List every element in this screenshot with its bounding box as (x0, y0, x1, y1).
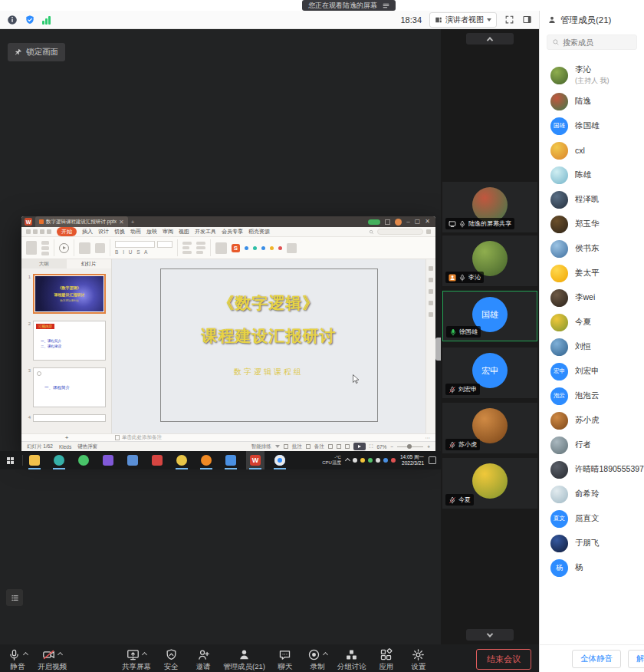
comments-icon[interactable] (284, 444, 288, 449)
taskbar-app-mail-app[interactable] (123, 451, 142, 469)
toolbar-mic-button[interactable]: 静音 (2, 644, 34, 672)
toolbar-apps-button[interactable]: 应用 (370, 644, 402, 672)
wps-menu-5[interactable]: 放映 (146, 228, 157, 236)
wps-menu-9[interactable]: 会员专享 (222, 228, 243, 236)
member-row[interactable]: 泡云泡泡云 (540, 384, 644, 408)
add-slide-button[interactable]: + (21, 434, 112, 441)
panel-tab-1[interactable]: 幻灯片 (67, 259, 112, 268)
font-style-buttons[interactable]: B I U S A (115, 249, 172, 255)
ribbon-search-bar[interactable] (377, 229, 423, 235)
wps-menu-6[interactable]: 审阅 (163, 228, 173, 236)
tile-strip-collapse-handle[interactable] (435, 338, 441, 361)
toolbar-chat-button[interactable]: 聊天 (269, 644, 301, 672)
slideshow-play-button[interactable] (353, 443, 366, 450)
toolbar-record-button[interactable]: 录制 (301, 644, 334, 672)
more-tools-button[interactable] (287, 243, 297, 253)
window-minimize-icon[interactable]: – (406, 219, 409, 225)
toolbar-camera-off-button[interactable]: 开启视频 (34, 644, 71, 672)
watching-banner[interactable]: 您正在观看陆逸的屏幕 (302, 0, 396, 11)
quick-access-icons[interactable] (26, 229, 51, 234)
windows-start-icon[interactable] (0, 457, 20, 464)
member-row[interactable]: 程泽凯 (540, 187, 644, 212)
taskbar-app-firefox[interactable] (197, 451, 215, 469)
toolbar-shield-button[interactable]: 安全 (155, 644, 187, 672)
reading-view-icon[interactable] (345, 444, 350, 449)
member-row[interactable]: 刘恒 (540, 334, 644, 359)
smart-rehearse-label[interactable]: 智能排练 (251, 443, 271, 450)
video-tile-5[interactable]: 今夏 (442, 458, 537, 509)
notes-label[interactable]: 备注 (314, 443, 324, 450)
member-row[interactable]: 李沁(主持人 我) (540, 61, 644, 89)
notes-toggle-icon[interactable] (306, 444, 310, 449)
taskbar-app-edge[interactable] (50, 451, 68, 469)
member-row[interactable]: 苏小虎 (540, 408, 644, 433)
slide-thumbnail-2[interactable]: 汇报内容一、课程简介二、课程建设 (33, 321, 106, 361)
normal-view-icon[interactable] (328, 444, 333, 449)
member-row[interactable]: 于朋飞 (540, 531, 644, 555)
sorter-view-icon[interactable] (337, 444, 341, 449)
pause-tool-icon[interactable] (278, 246, 282, 250)
zoom-in-icon[interactable]: + (427, 444, 430, 450)
window-maximize-icon[interactable]: ▢ (415, 219, 421, 225)
mute-all-button[interactable]: 全体静音 (572, 650, 621, 668)
taskbar-app-chrome[interactable] (172, 451, 191, 469)
chevron-up-icon[interactable] (23, 651, 28, 657)
tray-icons[interactable] (346, 458, 396, 463)
wps-side-toolbar[interactable] (426, 259, 435, 433)
wps-menu-7[interactable]: 视图 (179, 228, 189, 236)
wps-menu-2[interactable]: 设计 (98, 228, 109, 236)
wps-menu-0[interactable]: 开始 (57, 227, 77, 236)
wps-account-avatar[interactable] (395, 219, 402, 226)
tray-weather-cpu[interactable]: -°CCPU温度 (322, 455, 341, 466)
taskbar-app-photos[interactable] (222, 451, 240, 469)
wps-vip-icon[interactable] (368, 219, 380, 225)
wps-menu-8[interactable]: 开发工具 (195, 228, 216, 236)
security-shield-icon[interactable] (25, 15, 35, 25)
pin-view-button[interactable]: 锁定画面 (8, 43, 65, 61)
tray-clock[interactable]: 14:05 周一2022/3/21 (400, 454, 424, 466)
taskbar-app-red-app[interactable] (148, 451, 166, 469)
member-search-box[interactable] (547, 35, 637, 50)
member-row[interactable]: 侯书东 (540, 236, 644, 261)
fullscreen-icon[interactable] (504, 15, 514, 25)
toolbar-members-button[interactable]: 管理成员(21) (219, 644, 269, 672)
tiles-scroll-down-button[interactable] (466, 629, 514, 641)
member-row[interactable]: 行者 (540, 433, 644, 457)
taskbar-app-meeting[interactable] (271, 451, 289, 469)
chevron-up-icon[interactable] (58, 651, 63, 657)
menu-lines-icon[interactable] (383, 2, 389, 9)
window-close-icon[interactable]: ✕ (425, 219, 430, 225)
video-tile-3[interactable]: 宏申刘宏申 (442, 348, 537, 398)
unmute-all-button[interactable]: 解除全体静音 (628, 650, 644, 668)
video-tile-1[interactable]: 李沁 (442, 236, 537, 286)
member-row[interactable]: cxl (540, 138, 644, 163)
tiles-scroll-up-button[interactable] (466, 33, 514, 44)
wps-logo-icon[interactable]: W (25, 218, 32, 226)
wps-ai-icon[interactable]: S (232, 244, 240, 252)
taskbar-app-green-app[interactable] (74, 451, 93, 469)
zoom-out-icon[interactable]: − (390, 444, 393, 450)
end-meeting-button[interactable]: 结束会议 (476, 649, 531, 670)
toolbar-screen-share-button[interactable]: 共享屏幕 (118, 644, 155, 672)
network-signal-icon[interactable] (42, 15, 51, 25)
slide-thumbnail-1[interactable]: 《数字逻辑》课程建设汇报研讨数字逻辑课程组 (33, 274, 106, 314)
chevron-up-icon[interactable] (142, 651, 147, 657)
member-row[interactable]: 许晴晴18905553978 (540, 457, 644, 482)
toolbar-settings-button[interactable]: 设置 (402, 644, 435, 672)
panel-tab-0[interactable]: 大纲 (21, 259, 67, 268)
notes-more-icon[interactable]: ⋯ (426, 435, 436, 441)
new-slide-button[interactable] (79, 242, 90, 254)
member-row[interactable]: 直文屈直文 (540, 506, 644, 531)
annotation-menu-button[interactable] (6, 589, 23, 606)
video-tile-0[interactable]: 陆逸的屏幕共享 (442, 182, 537, 232)
tab-close-icon[interactable]: ✕ (119, 219, 124, 226)
taskbar-app-file-explorer[interactable] (25, 451, 44, 469)
info-icon[interactable] (7, 15, 18, 25)
notes-placeholder[interactable]: 单击此处添加备注 (122, 434, 162, 441)
slide-thumbnail-4[interactable] (33, 414, 106, 422)
slide-thumbnail-3[interactable]: 一、课程简介 (33, 367, 106, 407)
play-from-current-button[interactable] (59, 243, 69, 253)
layout-button[interactable] (95, 243, 105, 253)
font-name-select[interactable] (115, 241, 155, 248)
video-tile-4[interactable]: 苏小虎 (442, 403, 537, 453)
